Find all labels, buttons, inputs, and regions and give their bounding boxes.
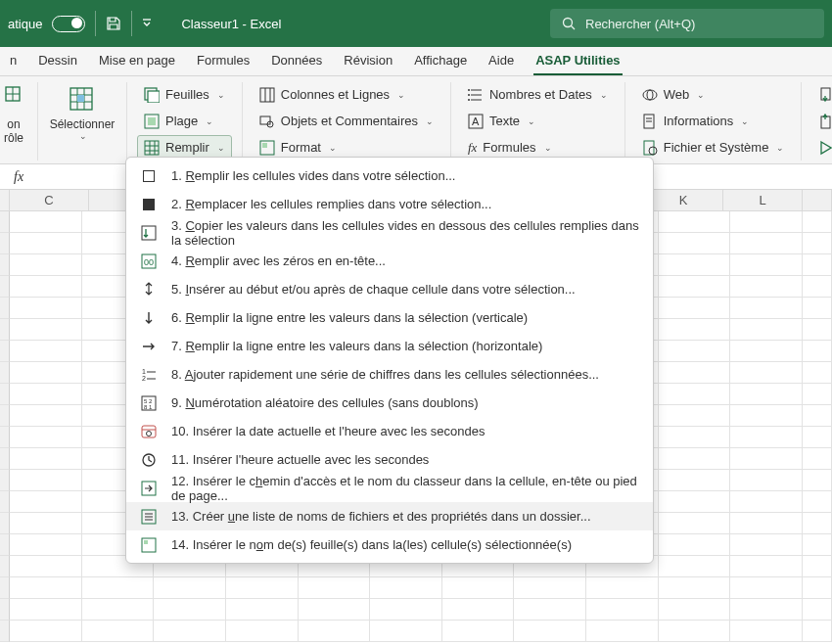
cell[interactable] bbox=[730, 362, 803, 384]
cell[interactable] bbox=[586, 577, 659, 599]
cell[interactable] bbox=[659, 233, 731, 254]
cell[interactable] bbox=[659, 427, 731, 448]
cell[interactable] bbox=[10, 491, 82, 513]
menu-item-9[interactable]: 5 28 19. Numérotation aléatoire des cell… bbox=[126, 389, 653, 417]
cell[interactable] bbox=[370, 599, 442, 621]
cell[interactable] bbox=[730, 233, 803, 254]
cell[interactable] bbox=[730, 298, 803, 319]
cell[interactable] bbox=[82, 599, 155, 621]
cell[interactable] bbox=[730, 405, 803, 427]
cell[interactable] bbox=[659, 276, 731, 298]
web-button[interactable]: Web⌄ bbox=[635, 82, 792, 107]
cell[interactable] bbox=[442, 621, 515, 642]
cell[interactable] bbox=[659, 405, 731, 427]
cell[interactable] bbox=[10, 427, 82, 448]
cell[interactable] bbox=[10, 599, 82, 621]
cell[interactable] bbox=[659, 621, 731, 642]
menu-item-2[interactable]: 2. Remplacer les cellules remplies dans … bbox=[126, 190, 653, 218]
cell[interactable] bbox=[659, 341, 731, 362]
nombres-dates-button[interactable]: Nombres et Dates⌄ bbox=[461, 82, 615, 107]
cell[interactable] bbox=[10, 470, 82, 491]
cell[interactable] bbox=[10, 621, 82, 642]
cell[interactable] bbox=[10, 384, 82, 405]
cell[interactable] bbox=[730, 534, 803, 556]
cell[interactable] bbox=[82, 577, 155, 599]
cell[interactable] bbox=[370, 621, 442, 642]
cell[interactable] bbox=[514, 621, 586, 642]
cell[interactable] bbox=[730, 254, 803, 276]
cell[interactable] bbox=[730, 577, 803, 599]
cell[interactable] bbox=[730, 470, 803, 491]
cell[interactable] bbox=[730, 384, 803, 405]
cell[interactable] bbox=[154, 577, 226, 599]
cell[interactable] bbox=[299, 621, 371, 642]
cell[interactable] bbox=[226, 621, 299, 642]
selectionner-button[interactable]: Sélectionner ⌄ bbox=[48, 82, 116, 142]
menu-item-5[interactable]: 5. Insérer au début et/ou après de chaqu… bbox=[126, 275, 653, 303]
cell[interactable] bbox=[154, 599, 226, 621]
search-input[interactable]: Rechercher (Alt+Q) bbox=[550, 9, 824, 38]
cell[interactable] bbox=[299, 599, 371, 621]
menu-item-10[interactable]: 10. Insérer la date actuelle et l'heure … bbox=[126, 417, 653, 445]
cell[interactable] bbox=[659, 556, 731, 577]
menu-item-11[interactable]: 11. Insérer l'heure actuelle avec les se… bbox=[126, 445, 653, 474]
objets-commentaires-button[interactable]: Objets et Commentaires⌄ bbox=[253, 109, 440, 133]
cell[interactable] bbox=[10, 405, 82, 427]
tab-dessin[interactable]: Dessin bbox=[36, 49, 79, 73]
cell[interactable] bbox=[730, 556, 803, 577]
colonnes-lignes-button[interactable]: Colonnes et Lignes⌄ bbox=[253, 82, 440, 107]
plage-button[interactable]: Plage⌄ bbox=[137, 109, 232, 133]
cell[interactable] bbox=[10, 319, 82, 341]
cell[interactable] bbox=[226, 577, 299, 599]
informations-button[interactable]: Informations⌄ bbox=[635, 109, 792, 133]
cell[interactable] bbox=[299, 577, 371, 599]
tab-mise-en-page[interactable]: Mise en page bbox=[97, 49, 177, 73]
cell[interactable] bbox=[10, 577, 82, 599]
cell[interactable] bbox=[10, 341, 82, 362]
menu-item-14[interactable]: 14. Insérer le nom de(s) feuille(s) dans… bbox=[126, 530, 653, 559]
cell[interactable] bbox=[659, 534, 731, 556]
cell[interactable] bbox=[10, 448, 82, 470]
cell[interactable] bbox=[514, 577, 586, 599]
importer-button[interactable]: Importer⌄ bbox=[811, 82, 832, 107]
save-icon[interactable] bbox=[106, 16, 121, 31]
cell[interactable] bbox=[226, 599, 299, 621]
cell[interactable] bbox=[730, 341, 803, 362]
cell[interactable] bbox=[82, 621, 155, 642]
cell[interactable] bbox=[730, 427, 803, 448]
cell[interactable] bbox=[10, 556, 82, 577]
cell[interactable] bbox=[659, 491, 731, 513]
menu-item-4[interactable]: 004. Remplir avec les zéros en en-tête..… bbox=[126, 247, 653, 275]
menu-item-7[interactable]: 7. Remplir la ligne entre les valeurs da… bbox=[126, 332, 653, 360]
cell[interactable] bbox=[659, 599, 731, 621]
cell[interactable] bbox=[730, 276, 803, 298]
menu-item-12[interactable]: 12. Insérer le chemin d'accès et le nom … bbox=[126, 474, 653, 502]
tab-formules[interactable]: Formules bbox=[195, 49, 252, 73]
tab-truncated[interactable]: n bbox=[8, 49, 19, 73]
tab-aide[interactable]: Aide bbox=[486, 49, 516, 73]
cell[interactable] bbox=[659, 470, 731, 491]
cell[interactable] bbox=[10, 233, 82, 254]
tab-affichage[interactable]: Affichage bbox=[412, 49, 469, 73]
menu-item-1[interactable]: 1. Remplir les cellules vides dans votre… bbox=[126, 161, 653, 190]
feuilles-button[interactable]: Feuilles⌄ bbox=[137, 82, 232, 107]
cell[interactable] bbox=[10, 211, 82, 233]
truncated-big-button[interactable]: on rôle bbox=[0, 82, 27, 146]
cell[interactable] bbox=[730, 448, 803, 470]
cell[interactable] bbox=[659, 384, 731, 405]
cell[interactable] bbox=[10, 513, 82, 534]
cell[interactable] bbox=[730, 491, 803, 513]
cell[interactable] bbox=[10, 298, 82, 319]
cell[interactable] bbox=[730, 211, 803, 233]
menu-item-13[interactable]: 13. Créer une liste de noms de fichiers … bbox=[126, 502, 653, 530]
cell[interactable] bbox=[730, 319, 803, 341]
cell[interactable] bbox=[154, 621, 226, 642]
demarrer-button[interactable]: Démarrer⌄ bbox=[811, 135, 832, 160]
cell[interactable] bbox=[10, 276, 82, 298]
cell[interactable] bbox=[730, 599, 803, 621]
cell[interactable] bbox=[586, 621, 659, 642]
cell[interactable] bbox=[659, 577, 731, 599]
cell[interactable] bbox=[442, 577, 515, 599]
texte-button[interactable]: A Texte⌄ bbox=[461, 109, 615, 133]
cell[interactable] bbox=[659, 362, 731, 384]
